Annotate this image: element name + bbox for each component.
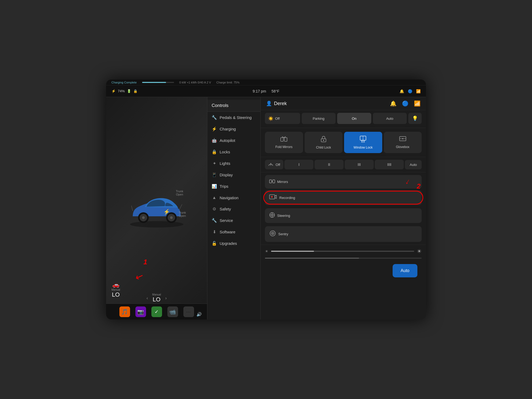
fold-mirrors-btn[interactable]: Fold Mirrors (265, 132, 303, 153)
divider-1 (261, 128, 426, 128)
brightness-slider[interactable] (271, 251, 414, 252)
scroll-bar-row (261, 257, 426, 261)
bottom-mode-label: Manual (152, 293, 161, 296)
controls-header[interactable]: Controls (207, 100, 260, 112)
window-lock-icon (360, 135, 366, 144)
svg-point-3 (142, 216, 145, 219)
wiper-off-label: Off (276, 163, 280, 167)
sidebar-item-upgrades[interactable]: 🔓 Upgrades (207, 238, 260, 249)
main-content: ⚡ TrunkOpen TrunkOpen 1 ↙ 🚗 (106, 97, 426, 320)
glovebox-btn[interactable]: Glovebox (384, 132, 422, 153)
light-mode-row: ☀️ Off Parking On Auto 💡 (261, 110, 426, 127)
battery-percent: 74% (118, 89, 125, 93)
bottom-mode-value: LO (152, 296, 161, 303)
svg-rect-10 (281, 138, 283, 141)
upgrades-icon: 🔓 (212, 241, 217, 246)
wiper-icon (268, 162, 273, 167)
steering-btn[interactable]: Steering (265, 208, 422, 223)
autopilot-icon: 🤖 (212, 138, 217, 143)
sidebar-item-trips[interactable]: 📊 Trips (207, 181, 260, 192)
child-lock-icon (320, 135, 327, 144)
taskbar-dashcam[interactable]: 📹 (167, 306, 178, 317)
child-lock-label: Child Lock (316, 146, 331, 149)
sidebar-item-lights[interactable]: ✦ Lights (207, 158, 260, 169)
nav-right-arrow[interactable]: › (165, 296, 167, 301)
svg-point-29 (271, 214, 273, 216)
wifi-header-icon[interactable]: 📶 (414, 100, 421, 107)
svg-point-6 (170, 216, 173, 219)
pedals-icon: 🔧 (212, 115, 217, 120)
svg-rect-11 (284, 138, 287, 141)
trips-label: Trips (220, 184, 228, 189)
recording-btn[interactable]: Recording (265, 190, 422, 205)
wiper-speed-3[interactable]: III (345, 160, 374, 169)
lights-label: Lights (220, 161, 230, 166)
status-bar: ⚡ 74% 🔋 🔒 9:17 pm 58°F 🔔 🔵 📶 (106, 85, 426, 97)
svg-point-17 (363, 141, 364, 142)
wiper-speed-2[interactable]: II (315, 160, 344, 169)
wiper-speed-4[interactable]: IIII (375, 160, 404, 169)
sidebar-item-pedals[interactable]: 🔧 Pedals & Steering (207, 112, 260, 123)
wiper-speed-1[interactable]: I (284, 160, 313, 169)
brightness-row: ☀ ☀ (261, 246, 426, 257)
sidebar-item-navigation[interactable]: ▲ Navigation (207, 192, 260, 203)
charge-info: 0 kW +1 kWh 0/40 A 2 V (179, 81, 211, 84)
sentry-row: Sentry (261, 225, 426, 244)
sidebar-item-safety[interactable]: ⚙ Safety (207, 203, 260, 215)
sentry-label: Sentry (278, 232, 288, 236)
light-parking-btn[interactable]: Parking (302, 113, 336, 124)
sidebar-item-autopilot[interactable]: 🤖 Autopilot (207, 135, 260, 146)
auto-btn-row: Auto (261, 261, 426, 281)
display-icon: 📱 (212, 172, 217, 177)
svg-text:⚡: ⚡ (163, 209, 170, 215)
taskbar-more[interactable]: ··· (183, 306, 194, 317)
light-on-btn[interactable]: On (337, 113, 371, 124)
auto-big-button[interactable]: Auto (393, 264, 417, 277)
upgrades-label: Upgrades (220, 241, 237, 246)
sidebar-item-locks[interactable]: 🔒 Locks (207, 146, 260, 158)
battery-bar-icon: 🔋 (127, 89, 131, 93)
wifi-icon: 📶 (416, 89, 421, 93)
window-lock-btn[interactable]: Window Lock (344, 132, 382, 153)
arrow-1: ↙ (134, 270, 145, 283)
lights-icon: ✦ (212, 161, 217, 166)
scroll-bar[interactable] (265, 258, 422, 259)
bluetooth-header-icon[interactable]: 🔵 (402, 100, 409, 107)
charge-limit: Charge limit: 75% (216, 81, 240, 84)
quick-controls-grid: Fold Mirrors Child Lock (261, 129, 426, 156)
sidebar-item-software[interactable]: ⬇ Software (207, 226, 260, 238)
light-auto-btn[interactable]: Auto (373, 113, 407, 124)
car-visual: ⚡ TrunkOpen TrunkOpen (122, 184, 191, 232)
right-status: 🔔 🔵 📶 (400, 89, 421, 93)
mirrors-device-icon (269, 179, 275, 185)
charging-status: Charging Complete (111, 81, 137, 84)
user-icon: 👤 (266, 101, 272, 106)
recording-label: Recording (279, 196, 295, 200)
child-lock-btn[interactable]: Child Lock (305, 132, 343, 153)
sentry-btn[interactable]: Sentry (265, 226, 422, 242)
light-extra-btn[interactable]: 💡 (408, 113, 422, 124)
taskbar-camera[interactable]: 📷 (135, 306, 146, 317)
svg-point-20 (402, 138, 403, 139)
bell-header-icon[interactable]: 🔔 (390, 100, 397, 107)
svg-point-0 (130, 221, 183, 228)
service-icon: 🔧 (212, 218, 217, 223)
software-icon: ⬇ (212, 229, 217, 234)
sidebar-item-service[interactable]: 🔧 Service (207, 215, 260, 226)
mirrors-btn[interactable]: Mirrors (265, 175, 422, 189)
taskbar-check[interactable]: ✓ (151, 306, 162, 317)
nav-left-arrow[interactable]: ‹ (147, 296, 148, 301)
left-status: ⚡ 74% 🔋 🔒 (111, 89, 138, 93)
steering-device-icon (269, 212, 275, 219)
light-off-label[interactable]: Off (275, 117, 280, 121)
wiper-off-section[interactable]: Off (265, 160, 283, 169)
wiper-auto-btn[interactable]: Auto (405, 160, 422, 169)
wiper-controls-row: Off I II III IIII Auto (261, 158, 426, 171)
software-label: Software (220, 230, 235, 234)
controls-label: Controls (212, 103, 228, 108)
headlight-icon: 💡 (412, 115, 418, 121)
sidebar-item-charging[interactable]: ⚡ Charging (207, 123, 260, 135)
taskbar-music[interactable]: 🎵 (119, 306, 130, 317)
mirrors-label: Mirrors (277, 180, 288, 184)
sidebar-item-display[interactable]: 📱 Display (207, 169, 260, 181)
